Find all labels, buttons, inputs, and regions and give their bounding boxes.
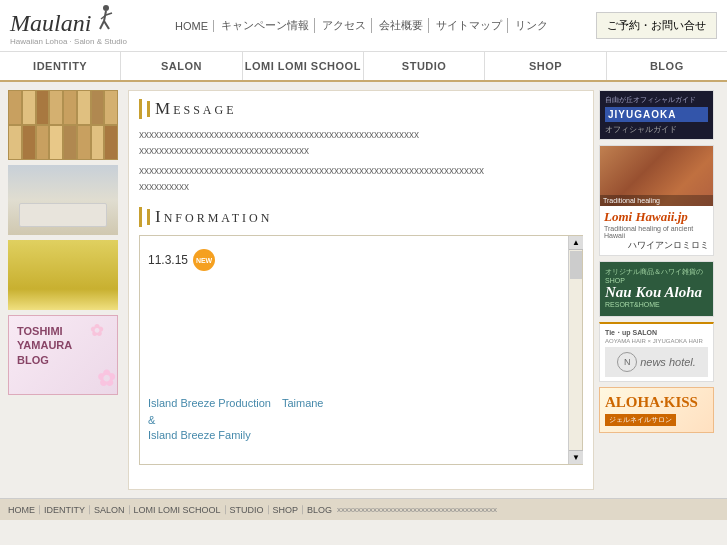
lomi-banner[interactable]: Traditional healing Lomi Hawaii.jp Tradi… (599, 145, 714, 256)
sidebar-image-mosaic (8, 90, 118, 160)
aloha-title: ALOHA·KISS (605, 394, 708, 411)
footer-sep1: ｜ (35, 503, 44, 516)
aloha-banner[interactable]: ALOHA·KISS ジェルネイルサロン (599, 387, 714, 433)
new-badge: NEW (193, 249, 215, 271)
info-content: 11.3.15 NEW Island Breeze Production Tai… (140, 236, 582, 464)
nav-salon[interactable]: SALON (121, 52, 242, 80)
right-sidebar: 自由が丘オフィシャルガイド JIYUGAOKA オフィシャルガイド Tradit… (599, 90, 719, 490)
flower-decoration2: ✿ (90, 321, 103, 340)
nav-studio[interactable]: STUDIO (364, 52, 485, 80)
footer-blog[interactable]: BLOG (307, 505, 332, 515)
message-title-text: MESSAGE (155, 99, 236, 119)
dancer-icon (96, 5, 116, 37)
info-link-3[interactable]: Island Breeze Family (148, 429, 562, 441)
left-sidebar: TOSHIMI YAMAURA BLOG ✿ ✿ (8, 90, 123, 490)
aloha-sub: ジェルネイルサロン (605, 414, 676, 426)
info-spacer (148, 276, 562, 396)
tie-banner[interactable]: Tie・up SALON AOYAMA HAIR × JIYUGAOKA HAI… (599, 322, 714, 382)
info-links: Island Breeze Production Taimane & Islan… (148, 396, 562, 441)
nav-blog[interactable]: BLOG (607, 52, 727, 80)
footer-home[interactable]: HOME (8, 505, 35, 515)
lomi-text-area: Lomi Hawaii.jp Traditional healing of an… (600, 206, 713, 255)
footer-identity[interactable]: IDENTITY (44, 505, 85, 515)
nav-lomi-lomi[interactable]: LOMI LOMI SCHOOL (243, 52, 364, 80)
message-bar (147, 101, 150, 117)
contact-button[interactable]: ご予約・お問い合せ (596, 12, 717, 39)
blog-line3: BLOG (17, 353, 49, 367)
logo-area: Maulani Hawaiian Lohoa · Salon & Studio (10, 5, 127, 46)
footer-sep3: ｜ (125, 503, 134, 516)
footer-shop[interactable]: SHOP (273, 505, 299, 515)
nav-company[interactable]: 会社概要 (374, 18, 429, 33)
info-section-title: INFORMATION (139, 207, 583, 227)
svg-line-5 (106, 13, 112, 15)
info-link-2[interactable]: & (148, 414, 562, 426)
footer-sep5: ｜ (264, 503, 273, 516)
nav-access[interactable]: アクセス (317, 18, 372, 33)
footer: HOME ｜ IDENTITY ｜ SALON ｜ LOMI LOMI SCHO… (0, 498, 727, 520)
info-link-1[interactable]: Island Breeze Production Taimane (148, 396, 562, 411)
lomi-jp: ハワイアンロミロミ (604, 239, 709, 252)
svg-point-0 (103, 5, 109, 11)
logo-subtitle: Hawaiian Lohoa · Salon & Studio (10, 37, 127, 46)
main-content: MESSAGE xxxxxxxxxxxxxxxxxxxxxxxxxxxxxxxx… (128, 90, 594, 490)
top-nav: HOME キャンペーン情報 アクセス 会社概要 サイトマップ リンク (170, 18, 553, 33)
nav-home[interactable]: HOME (170, 20, 214, 32)
hotel-icon: N (617, 352, 637, 372)
jiyugaoka-sub: オフィシャルガイド (605, 124, 708, 135)
info-title-text: INFORMATION (155, 207, 272, 227)
svg-line-3 (104, 21, 109, 29)
info-date-row: 11.3.15 NEW (148, 249, 562, 271)
svg-line-2 (100, 21, 104, 29)
nav-campaign[interactable]: キャンペーン情報 (216, 18, 315, 33)
info-date-text: 11.3.15 (148, 253, 188, 267)
scroll-track (569, 280, 582, 450)
tie-logo-container: N news hotel. (610, 352, 703, 372)
nau-top: オリジナル商品＆ハワイ雑貨のSHOP (605, 267, 708, 284)
nav-shop[interactable]: SHOP (485, 52, 606, 80)
sidebar-image-room (8, 165, 118, 235)
blog-line1: TOSHIMI (17, 324, 63, 338)
nav-link[interactable]: リンク (510, 18, 553, 33)
footer-studio[interactable]: STUDIO (230, 505, 264, 515)
message-body: xxxxxxxxxxxxxxxxxxxxxxxxxxxxxxxxxxxxxxxx… (139, 127, 583, 195)
tie-logo-text: news hotel. (640, 356, 696, 368)
tie-top: Tie・up SALON (605, 328, 708, 338)
lomi-overlay: Traditional healing (600, 195, 714, 206)
lomi-sub: Traditional healing of ancient Hawaii (604, 225, 709, 239)
nau-banner[interactable]: オリジナル商品＆ハワイ雑貨のSHOP Nau Kou Aloha RESORT&… (599, 261, 714, 317)
scrollbar[interactable]: ▲ ▼ (568, 236, 582, 464)
scroll-thumb[interactable] (570, 251, 582, 279)
footer-lomi[interactable]: LOMI LOMI SCHOOL (134, 505, 221, 515)
footer-sep6: ｜ (298, 503, 307, 516)
content-wrapper: TOSHIMI YAMAURA BLOG ✿ ✿ MESSAGE xxxxxxx… (0, 82, 727, 498)
jiyugaoka-jp-text: 自由が丘オフィシャルガイド (605, 95, 708, 105)
info-box: ▲ ▼ 11.3.15 NEW Island Breeze Production… (139, 235, 583, 465)
flower-decoration: ✿ (97, 366, 115, 392)
nav-sitemap[interactable]: サイトマップ (431, 18, 508, 33)
header: Maulani Hawaiian Lohoa · Salon & Studio … (0, 0, 727, 52)
nau-sub: RESORT&HOME (605, 301, 708, 308)
footer-sep4: ｜ (221, 503, 230, 516)
scroll-up-arrow[interactable]: ▲ (569, 236, 583, 250)
logo-title: Maulani (10, 10, 91, 37)
jiyugaoka-title: JIYUGAOKA (605, 107, 708, 122)
sidebar-image-yellow-room (8, 240, 118, 310)
info-bar (147, 209, 150, 225)
message-section-title: MESSAGE (139, 99, 583, 119)
footer-extra: xxxxxxxxxxxxxxxxxxxxxxxxxxxxxxxxxxxxxxxx (337, 505, 497, 514)
jiyugaoka-banner[interactable]: 自由が丘オフィシャルガイド JIYUGAOKA オフィシャルガイド (599, 90, 714, 140)
nav-identity[interactable]: IDENTITY (0, 52, 121, 80)
footer-salon[interactable]: SALON (94, 505, 125, 515)
footer-sep2: ｜ (85, 503, 94, 516)
lomi-image: Traditional healing (600, 146, 714, 206)
scroll-down-arrow[interactable]: ▼ (569, 450, 583, 464)
blog-line2: YAMAURA (17, 338, 72, 352)
sidebar-blog[interactable]: TOSHIMI YAMAURA BLOG ✿ ✿ (8, 315, 118, 395)
tie-sub: AOYAMA HAIR × JIYUGAOKA HAIR (605, 338, 708, 344)
main-nav: IDENTITY SALON LOMI LOMI SCHOOL STUDIO S… (0, 52, 727, 82)
tie-logo-area: N news hotel. (605, 347, 708, 377)
lomi-title: Lomi Hawaii.jp (604, 209, 709, 225)
nau-title: Nau Kou Aloha (605, 284, 708, 301)
